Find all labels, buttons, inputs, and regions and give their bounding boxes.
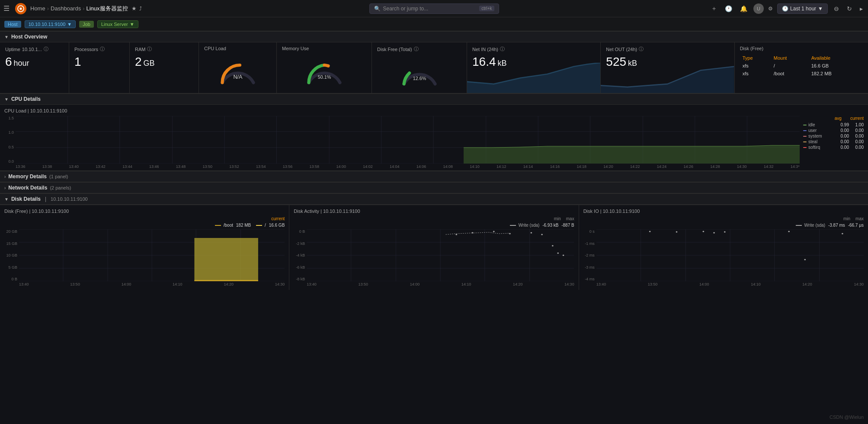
host-filter-btn[interactable]: Host xyxy=(4,21,21,28)
ram-unit: GB xyxy=(144,59,155,68)
time-range-picker[interactable]: 🕐 Last 1 hour ▼ xyxy=(777,3,828,14)
disk-io-chart: 0 s -1 ms -2 ms -3 ms -4 ms xyxy=(583,229,864,281)
settings-icon[interactable]: ⚙ xyxy=(768,6,773,12)
zoom-out-icon[interactable]: ⊖ xyxy=(832,3,841,14)
net-out-unit: kB xyxy=(628,59,637,68)
legend-item-avg: 0.00 xyxy=(836,128,849,133)
clock-icon[interactable]: 🕐 xyxy=(723,3,734,14)
disk-gauge: 12.6% xyxy=(377,55,461,90)
avg-header: avg xyxy=(835,116,842,121)
min-label: min xyxy=(554,216,561,221)
disk-free-label: Disk (Free) xyxy=(740,46,763,51)
svg-point-2 xyxy=(19,7,22,10)
time-icon: 🕐 xyxy=(782,6,788,12)
search-bar-container: 🔍 Search or jump to... ctrl+k xyxy=(369,3,499,14)
io-min-label: min xyxy=(843,216,850,221)
col-available: Available xyxy=(810,55,862,61)
svg-point-69 xyxy=(676,231,677,233)
network-details-sub: (2 panels) xyxy=(50,185,71,190)
disk-free-table-panel: Disk (Free) Type Mount Available xfs/16.… xyxy=(735,42,868,93)
job-filter-btn[interactable]: Job xyxy=(79,21,94,28)
legend-item-current: 0.00 xyxy=(851,145,864,150)
time-range-label: Last 1 hour xyxy=(790,6,816,12)
uptime-host: 10.10.1... xyxy=(22,47,42,52)
legend-row: idle 0.99 1.00 xyxy=(803,122,864,127)
processors-label: Processors xyxy=(74,47,98,52)
expand-network-icon: › xyxy=(4,186,6,190)
disk-x-axis: 13:40 13:50 14:00 14:10 14:20 14:30 xyxy=(19,282,285,286)
host-overview-header[interactable]: ▼ Host Overview xyxy=(0,31,868,42)
memory-details-sub: (1 panel) xyxy=(49,174,68,179)
breadcrumb-home[interactable]: Home xyxy=(30,5,45,12)
disk-details-title: Disk Details xyxy=(11,196,41,202)
server-filter-btn[interactable]: Linux Server ▼ xyxy=(97,20,138,28)
svg-text:N/A: N/A xyxy=(233,74,243,80)
io-write-max: -66.7 μs xyxy=(848,223,864,228)
col-type: Type xyxy=(741,55,771,61)
legend-item-current: 0.00 xyxy=(851,134,864,138)
ram-value: 2 xyxy=(135,55,142,69)
disk-available: 16.6 GB xyxy=(810,62,862,69)
processors-panel: Processors ⓘ 1 xyxy=(69,42,130,93)
svg-rect-38 xyxy=(194,280,258,281)
bell-icon[interactable]: 🔔 xyxy=(738,3,749,14)
svg-point-54 xyxy=(541,234,543,235)
disk-details-header[interactable]: ▼ Disk Details | 10.10.10.11:9100 xyxy=(0,193,868,205)
table-row: xfs/16.6 GB xyxy=(741,62,862,69)
disk-activity-svg xyxy=(307,229,574,281)
legend-item-name: user xyxy=(808,128,834,133)
cpu-details-header[interactable]: ▼ CPU Details xyxy=(0,93,868,105)
disk-io-x-axis: 13:40 13:50 14:00 14:10 14:20 14:30 xyxy=(596,282,864,286)
legend-item-current: 0.00 xyxy=(851,128,864,133)
memory-use-panel: Memory Use 50.1% xyxy=(277,42,372,93)
network-details-header[interactable]: › Network Details (2 panels) xyxy=(0,182,868,193)
legend-color-dot xyxy=(803,125,807,125)
memory-details-title: Memory Details xyxy=(8,173,47,180)
disk-panels-container: Disk (Free) | 10.10.10.11:9100 current /… xyxy=(0,205,868,290)
breadcrumb-dashboards[interactable]: Dashboards xyxy=(51,5,81,12)
disk-activity-legend: min max xyxy=(294,216,574,221)
star-icon[interactable]: ★ xyxy=(131,5,137,12)
disk-activity-x-axis: 13:40 13:50 14:00 14:10 14:20 14:30 xyxy=(307,282,574,286)
svg-text:12.6%: 12.6% xyxy=(413,76,426,81)
cpu-legend: avg current idle 0.99 1.00 user 0.00 0.0… xyxy=(803,116,864,169)
cpu-load-gauge: N/A xyxy=(204,54,271,88)
legend-item-name: idle xyxy=(808,122,834,127)
col-mount: Mount xyxy=(772,55,809,61)
search-shortcut: ctrl+k xyxy=(479,6,494,11)
info-icon2: ⓘ xyxy=(100,46,105,52)
disk-free-total-label: Disk Free (Total) xyxy=(377,47,412,52)
y-label-1.5: 1.5 xyxy=(4,116,14,120)
y-label-0.5: 0.5 xyxy=(4,145,14,149)
cpu-chart-main: 1.5 1.0 0.5 0.0 xyxy=(4,116,800,169)
net-in-value: 16.4 xyxy=(472,55,496,69)
memory-details-header[interactable]: › Memory Details (1 panel) xyxy=(0,171,868,182)
boot-legend-label: /boot xyxy=(224,223,233,228)
menu-icon[interactable]: ☰ xyxy=(3,4,10,13)
table-row: xfs/boot182.2 MB xyxy=(741,70,862,77)
net-in-panel: Net IN (24h) ⓘ 16.4 kB xyxy=(467,42,601,93)
grafana-logo xyxy=(15,3,27,15)
add-panel-icon[interactable]: ＋ xyxy=(709,3,719,14)
user-avatar[interactable]: U xyxy=(753,3,764,14)
legend-row: user 0.00 0.00 xyxy=(803,128,864,133)
max-label: max xyxy=(566,216,574,221)
write-sda-line xyxy=(510,225,516,226)
chevron-down-icon2: ▼ xyxy=(130,22,135,27)
svg-marker-7 xyxy=(601,67,734,93)
legend-header: avg current xyxy=(803,116,864,121)
disk-activity-svg-wrap xyxy=(307,229,574,281)
refresh-icon[interactable]: ↻ xyxy=(845,3,854,14)
uptime-unit: hour xyxy=(14,59,29,68)
root-legend-line xyxy=(256,225,262,226)
search-bar[interactable]: 🔍 Search or jump to... ctrl+k xyxy=(369,3,499,14)
chevron-down-icon: ▼ xyxy=(818,6,823,12)
uptime-panel: Uptime 10.10.1... ⓘ 6 hour xyxy=(0,42,69,93)
share-icon[interactable]: ⤴ xyxy=(139,6,142,12)
disk-type: xfs xyxy=(741,70,771,77)
chevron-right-icon[interactable]: ▸ xyxy=(858,3,865,14)
write-sda-max: -887 B xyxy=(561,223,574,228)
host-ip-btn[interactable]: 10.10.10.11:9100 ▼ xyxy=(25,20,76,28)
disk-free-chart-title: Disk (Free) | 10.10.10.11:9100 xyxy=(4,209,285,214)
disk-free-total-panel: Disk Free (Total) ⓘ 12.6% xyxy=(372,42,467,93)
